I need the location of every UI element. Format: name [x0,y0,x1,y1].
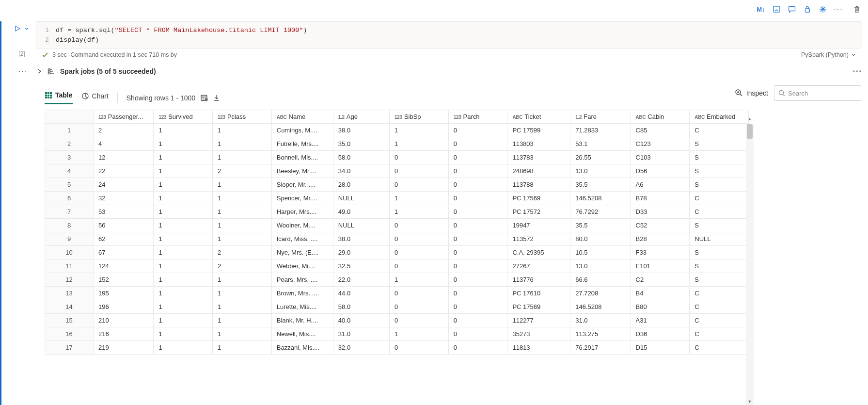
cell[interactable]: 124 [94,259,154,273]
cell[interactable]: 1 [213,124,272,137]
rows-config-icon[interactable] [200,94,208,102]
run-menu-button[interactable] [24,26,30,32]
cell[interactable]: 71.2833 [570,124,631,137]
cell[interactable]: 29.0 [333,246,389,259]
cell[interactable]: 67 [94,246,154,259]
cell[interactable]: 40.0 [333,314,389,327]
cell[interactable]: B28 [631,232,690,246]
cell[interactable]: C [690,192,749,205]
cell[interactable]: PC 17572 [507,205,570,219]
cell[interactable]: 1 [154,259,213,273]
cell[interactable]: 34.0 [333,164,389,178]
cell[interactable]: C103 [631,151,690,164]
column-header[interactable]: 1.2Age [333,110,389,124]
cell[interactable]: 12 [94,151,154,164]
cell[interactable]: 58.0 [333,151,389,164]
column-header[interactable]: 123Parch [448,110,507,124]
cell[interactable]: 0 [448,192,507,205]
cell[interactable]: 1 [154,205,213,219]
cell[interactable]: 10.5 [570,246,631,259]
cell[interactable]: 1 [154,164,213,178]
column-header[interactable]: 1.2Fare [570,110,631,124]
cell[interactable]: 1 [154,232,213,246]
cell[interactable]: 1 [154,124,213,137]
cell[interactable]: 0 [448,246,507,259]
table-row[interactable]: 1211Cumings, M....38.010PC 1759971.2833C… [45,124,749,137]
cell[interactable]: A31 [631,314,690,327]
cell[interactable]: 1 [154,192,213,205]
cell[interactable]: 0 [390,232,449,246]
cell[interactable]: 1 [154,151,213,164]
cell[interactable]: 1 [213,137,272,151]
cell[interactable]: 1 [154,178,213,192]
cell[interactable]: 1 [154,137,213,151]
cell[interactable]: Blank, Mr. H.... [271,314,333,327]
column-header[interactable]: 123Survived [154,110,213,124]
table-row[interactable]: 96211Icard, Miss. ....38.00011357280.0B2… [45,232,749,246]
table-row[interactable]: 31211Bonnell, Mis....58.00011378326.55C1… [45,151,749,164]
cell[interactable]: 0 [390,287,449,300]
cell[interactable]: 76.2917 [570,341,631,355]
column-header[interactable]: ABCEmbarked [690,110,749,124]
column-header[interactable]: 123Passenger... [94,110,154,124]
cell[interactable]: C2 [631,273,690,287]
cell[interactable]: 56 [94,219,154,232]
cell[interactable]: 113788 [507,178,570,192]
cell[interactable]: D36 [631,327,690,341]
cell[interactable]: 24 [94,178,154,192]
cell[interactable]: 0 [448,178,507,192]
language-selector[interactable]: PySpark (Python) [801,51,856,58]
cell[interactable]: 27267 [507,259,570,273]
cell[interactable]: PC 17599 [507,124,570,137]
cell[interactable]: 0 [390,314,449,327]
table-row[interactable]: 2411Futrelle, Mrs....35.01011380353.1C12… [45,137,749,151]
cell[interactable]: 0 [448,219,507,232]
cell[interactable]: 113572 [507,232,570,246]
cell[interactable]: B80 [631,300,690,314]
cell[interactable]: A6 [631,178,690,192]
cell[interactable]: Cumings, M.... [271,124,333,137]
cell[interactable]: Harper, Mrs.... [271,205,333,219]
cell[interactable]: S [690,178,749,192]
cell[interactable]: C52 [631,219,690,232]
cell[interactable]: D56 [631,164,690,178]
cell[interactable]: 27.7208 [570,287,631,300]
cell[interactable]: NULL [333,219,389,232]
cell[interactable]: Spencer, Mr.... [271,192,333,205]
cell[interactable]: 28.0 [333,178,389,192]
run-cell-below-icon[interactable] [771,4,782,15]
table-row[interactable]: 63211Spencer, Mr....NULL10PC 17569146.52… [45,192,749,205]
inspect-button[interactable]: Inspect [735,89,768,97]
cell[interactable]: 219 [94,341,154,355]
cell[interactable]: 2 [94,124,154,137]
cell[interactable]: 146.5208 [570,300,631,314]
cell[interactable]: C [690,341,749,355]
cell[interactable]: 113783 [507,151,570,164]
cell[interactable]: 1 [390,205,449,219]
cell[interactable]: 196 [94,300,154,314]
cell[interactable]: S [690,164,749,178]
cell[interactable]: 31.0 [570,314,631,327]
table-row[interactable]: 1112412Webber, Mi....32.5002726713.0E101… [45,259,749,273]
cell[interactable]: 32.0 [333,341,389,355]
cell[interactable]: 1 [390,124,449,137]
cell[interactable]: 1 [213,287,272,300]
cell[interactable]: D15 [631,341,690,355]
cell[interactable]: NULL [690,232,749,246]
cell[interactable]: 195 [94,287,154,300]
cell[interactable]: F33 [631,246,690,259]
cell[interactable]: 2 [213,164,272,178]
cell[interactable]: 19947 [507,219,570,232]
cell[interactable]: C85 [631,124,690,137]
cell[interactable]: 76.7292 [570,205,631,219]
cell[interactable]: 216 [94,327,154,341]
scroll-up-icon[interactable]: ▲ [746,116,754,121]
cell[interactable]: Newell, Mis.... [271,327,333,341]
cell[interactable]: 11813 [507,341,570,355]
table-row[interactable]: 42212Beesley, Mr....34.00024869813.0D56S [45,164,749,178]
cell[interactable]: S [690,246,749,259]
cell[interactable]: 1 [213,341,272,355]
cell[interactable]: 1 [213,273,272,287]
cell[interactable]: 0 [448,124,507,137]
cell[interactable]: 32 [94,192,154,205]
